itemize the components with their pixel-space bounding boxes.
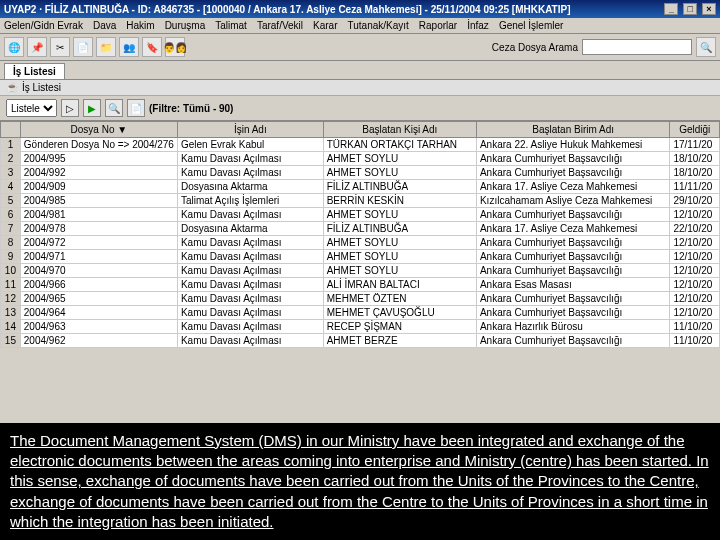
caption-text: The Document Management System (DMS) in … xyxy=(10,432,709,530)
cell-birim: Ankara 17. Asliye Ceza Mahkemesi xyxy=(476,180,669,194)
cell-geldigi: 11/10/20 xyxy=(670,334,720,348)
tab-is-listesi[interactable]: İş Listesi xyxy=(4,63,65,79)
menu-item[interactable]: Taraf/Vekil xyxy=(257,20,303,31)
cell-dosya: 2004/981 xyxy=(20,208,177,222)
refresh-icon[interactable]: ▷ xyxy=(61,99,79,117)
subtitle-text: İş Listesi xyxy=(22,82,61,93)
cell-kisi: AHMET SOYLU xyxy=(323,166,476,180)
cell-geldigi: 18/10/20 xyxy=(670,166,720,180)
table-row[interactable]: 82004/972Kamu Davası AçılmasıAHMET SOYLU… xyxy=(1,236,720,250)
col-baslatan-kisi[interactable]: Başlatan Kişi Adı xyxy=(323,122,476,138)
search-input[interactable] xyxy=(582,39,692,55)
menu-item[interactable]: Raporlar xyxy=(419,20,457,31)
menu-item[interactable]: Gelen/Gidn Evrak xyxy=(4,20,83,31)
table-row[interactable]: 92004/971Kamu Davası AçılmasıAHMET SOYLU… xyxy=(1,250,720,264)
col-geldigi[interactable]: Geldiği xyxy=(670,122,720,138)
cell-geldigi: 17/11/20 xyxy=(670,138,720,152)
search-filter-icon[interactable]: 🔍 xyxy=(105,99,123,117)
table-row[interactable]: 72004/978Dosyasına AktarmaFİLİZ ALTINBUĞ… xyxy=(1,222,720,236)
cell-geldigi: 29/10/20 xyxy=(670,194,720,208)
row-number: 15 xyxy=(1,334,21,348)
cell-kisi: AHMET SOYLU xyxy=(323,152,476,166)
table-row[interactable]: 62004/981Kamu Davası AçılmasıAHMET SOYLU… xyxy=(1,208,720,222)
cell-geldigi: 12/10/20 xyxy=(670,306,720,320)
cell-kisi: TÜRKAN ORTAKÇI TARHAN xyxy=(323,138,476,152)
menu-item[interactable]: İnfaz xyxy=(467,20,489,31)
document-filter-icon[interactable]: 📄 xyxy=(127,99,145,117)
cell-isin: Kamu Davası Açılması xyxy=(177,264,323,278)
cell-birim: Kızılcahamam Asliye Ceza Mahkemesi xyxy=(476,194,669,208)
play-icon[interactable]: ▶ xyxy=(83,99,101,117)
table-row[interactable]: 152004/962Kamu Davası AçılmasıAHMET BERZ… xyxy=(1,334,720,348)
cell-kisi: FİLİZ ALTINBUĞA xyxy=(323,222,476,236)
cell-isin: Kamu Davası Açılması xyxy=(177,334,323,348)
filter-bar: Listele ▷ ▶ 🔍 📄 (Filtre: Tümü - 90) xyxy=(0,96,720,121)
cell-kisi: MEHMET ÖZTEN xyxy=(323,292,476,306)
users-icon[interactable]: 👨‍👩 xyxy=(165,37,185,57)
cell-isin: Kamu Davası Açılması xyxy=(177,306,323,320)
filter-select[interactable]: Listele xyxy=(6,99,57,117)
caption-overlay: The Document Management System (DMS) in … xyxy=(0,423,720,540)
table-row[interactable]: 132004/964Kamu Davası AçılmasıMEHMET ÇAV… xyxy=(1,306,720,320)
cell-geldigi: 12/10/20 xyxy=(670,250,720,264)
maximize-button[interactable]: □ xyxy=(683,3,697,15)
cell-birim: Ankara Cumhuriyet Başsavcılığı xyxy=(476,166,669,180)
cell-dosya: 2004/909 xyxy=(20,180,177,194)
title-bar: UYAP2 · FİLİZ ALTINBUĞA - ID: A846735 - … xyxy=(0,0,720,18)
col-dosya-no[interactable]: Dosya No ▼ xyxy=(20,122,177,138)
table-row[interactable]: 22004/995Kamu Davası AçılmasıAHMET SOYLU… xyxy=(1,152,720,166)
close-button[interactable]: × xyxy=(702,3,716,15)
menu-item[interactable]: Tutanak/Kayıt xyxy=(348,20,409,31)
minimize-button[interactable]: _ xyxy=(664,3,678,15)
cell-birim: Ankara Cumhuriyet Başsavcılığı xyxy=(476,306,669,320)
cell-dosya: 2004/978 xyxy=(20,222,177,236)
menu-item[interactable]: Hakim xyxy=(126,20,154,31)
search-label: Ceza Dosya Arama xyxy=(492,42,578,53)
table-row[interactable]: 1Gönderen Dosya No => 2004/276Gelen Evra… xyxy=(1,138,720,152)
table-row[interactable]: 32004/992Kamu Davası AçılmasıAHMET SOYLU… xyxy=(1,166,720,180)
cell-isin: Kamu Davası Açılması xyxy=(177,250,323,264)
cell-isin: Kamu Davası Açılması xyxy=(177,166,323,180)
table-row[interactable]: 122004/965Kamu Davası AçılmasıMEHMET ÖZT… xyxy=(1,292,720,306)
table-row[interactable]: 112004/966Kamu Davası AçılmasıALİ İMRAN … xyxy=(1,278,720,292)
row-number: 3 xyxy=(1,166,21,180)
cell-kisi: MEHMET ÇAVUŞOĞLU xyxy=(323,306,476,320)
menu-item[interactable]: Talimat xyxy=(215,20,247,31)
table-row[interactable]: 102004/970Kamu Davası AçılmasıAHMET SOYL… xyxy=(1,264,720,278)
globe-icon[interactable]: 🌐 xyxy=(4,37,24,57)
row-number: 4 xyxy=(1,180,21,194)
cell-dosya: Gönderen Dosya No => 2004/276 xyxy=(20,138,177,152)
row-number: 7 xyxy=(1,222,21,236)
data-grid: Dosya No ▼ İşin Adı Başlatan Kişi Adı Ba… xyxy=(0,121,720,348)
cut-icon[interactable]: ✂ xyxy=(50,37,70,57)
stamp-icon[interactable]: 🔖 xyxy=(142,37,162,57)
cell-kisi: AHMET BERZE xyxy=(323,334,476,348)
table-row[interactable]: 52004/985Talimat Açılış İşlemleriBERRİN … xyxy=(1,194,720,208)
pin-icon[interactable]: 📌 xyxy=(27,37,47,57)
people-icon[interactable]: 👥 xyxy=(119,37,139,57)
cell-dosya: 2004/964 xyxy=(20,306,177,320)
cell-birim: Ankara 22. Asliye Hukuk Mahkemesi xyxy=(476,138,669,152)
cell-isin: Gelen Evrak Kabul xyxy=(177,138,323,152)
cell-kisi: AHMET SOYLU xyxy=(323,264,476,278)
cell-isin: Kamu Davası Açılması xyxy=(177,236,323,250)
cell-birim: Ankara Cumhuriyet Başsavcılığı xyxy=(476,236,669,250)
menu-item[interactable]: Karar xyxy=(313,20,337,31)
cell-kisi: FİLİZ ALTINBUĞA xyxy=(323,180,476,194)
menu-item[interactable]: Genel İşlemler xyxy=(499,20,563,31)
document-icon[interactable]: 📄 xyxy=(73,37,93,57)
cell-geldigi: 12/10/20 xyxy=(670,278,720,292)
window-controls: _ □ × xyxy=(662,3,716,15)
table-row[interactable]: 42004/909Dosyasına AktarmaFİLİZ ALTINBUĞ… xyxy=(1,180,720,194)
cell-kisi: BERRİN KESKİN xyxy=(323,194,476,208)
table-row[interactable]: 142004/963Kamu Davası AçılmasıRECEP ŞİŞM… xyxy=(1,320,720,334)
menu-item[interactable]: Dava xyxy=(93,20,116,31)
cell-geldigi: 12/10/20 xyxy=(670,208,720,222)
col-baslatan-birim[interactable]: Başlatan Birim Adı xyxy=(476,122,669,138)
cell-geldigi: 12/10/20 xyxy=(670,236,720,250)
cell-geldigi: 12/10/20 xyxy=(670,292,720,306)
search-icon[interactable]: 🔍 xyxy=(696,37,716,57)
menu-item[interactable]: Duruşma xyxy=(165,20,206,31)
folder-icon[interactable]: 📁 xyxy=(96,37,116,57)
col-isin-adi[interactable]: İşin Adı xyxy=(177,122,323,138)
